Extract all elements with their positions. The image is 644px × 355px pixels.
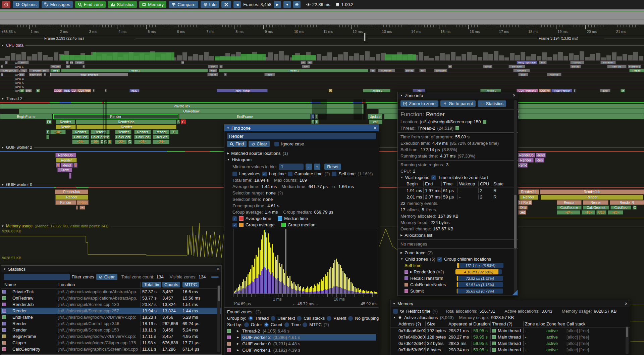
- close-icon[interactable]: ×: [513, 93, 516, 98]
- group-by-radio-user-text[interactable]: [271, 316, 275, 321]
- found-zone-row[interactable]: ▶GUIF worker 1(3,192) 4.39 s: [224, 347, 379, 353]
- expand-icon[interactable]: ▶: [410, 270, 412, 273]
- axis-span: ← 45.72 ms →: [251, 302, 361, 306]
- group-children-checkbox[interactable]: ✓: [437, 257, 442, 262]
- sort-by-radio-mtpc[interactable]: [303, 322, 307, 327]
- sort-button-mtpc[interactable]: MTPC: [182, 282, 199, 287]
- child-zone-row[interactable]: Self time172.14 us (3.83%): [398, 262, 518, 269]
- reset-button[interactable]: Reset: [324, 164, 341, 170]
- histogram-bar-selected-group: [254, 279, 255, 294]
- statistics-titlebar[interactable]: ▼ Statistics ×: [1, 266, 221, 272]
- restrict-time-checkbox[interactable]: [393, 309, 398, 314]
- expand-icon[interactable]: ▶: [237, 349, 239, 352]
- resize-grip[interactable]: [512, 290, 518, 295]
- expand-icon[interactable]: ▶: [237, 329, 239, 332]
- clear-filter-button[interactable]: ⊘Clear: [96, 274, 117, 280]
- child-zone-row[interactable]: CalcRenderNodes51.51 us (1.15%): [398, 281, 518, 288]
- zoom-to-zone-icon: [403, 102, 407, 106]
- expand-icon[interactable]: ▶: [400, 251, 402, 254]
- memory-window: ▼ Memory × Restrict time (?) Total alloc…: [390, 300, 630, 355]
- collapse-icon[interactable]: ▼: [393, 302, 395, 305]
- statistics-row[interactable]: CalcGeometryjni/../jni/src/claw/graphics…: [1, 346, 221, 352]
- close-icon[interactable]: ×: [374, 125, 376, 131]
- find-zone-titlebar[interactable]: ▼ Find zone ×: [224, 125, 379, 131]
- statistics-row[interactable]: RenderJobjni/../jni/src/guif/Screen.cpp:…: [1, 301, 221, 308]
- statistics-scrollbar[interactable]: [217, 285, 220, 352]
- collapse-icon[interactable]: ▼: [400, 94, 403, 97]
- histogram-bar-selected-group: [349, 291, 350, 294]
- statistics-row[interactable]: Clipperjni/../jni/src/claw/gfx/geo/Clipp…: [1, 340, 221, 346]
- time-relative-checkbox[interactable]: ✓: [431, 175, 436, 180]
- legend-label: Average time: [246, 216, 271, 221]
- collapse-icon[interactable]: ▼: [3, 268, 6, 271]
- clipped-button[interactable]: [211, 276, 219, 278]
- expand-icon[interactable]: ▶: [237, 336, 239, 339]
- expand-icon[interactable]: ▶: [237, 342, 239, 345]
- close-icon[interactable]: ×: [625, 301, 628, 306]
- collapse-icon[interactable]: ▼: [400, 176, 403, 179]
- self-time-checkbox[interactable]: [332, 172, 336, 176]
- visible-zones: 134: [199, 274, 206, 279]
- sort-button-counts[interactable]: Counts: [162, 282, 180, 287]
- sort-by-radio-order[interactable]: [244, 322, 249, 327]
- allocation-row[interactable]: 0x7dfc53d8988 bytes298.34 ms59.95 sMain …: [390, 347, 630, 353]
- go-to-parent-button[interactable]: Go to parent: [440, 100, 476, 107]
- group-by-radio-call-stacks[interactable]: [297, 316, 302, 321]
- allocation-row[interactable]: 0x7e049b3d00128 bytes298.27 ms59.95 sMai…: [390, 334, 630, 340]
- group-by-radio-thread[interactable]: [248, 316, 253, 321]
- statistics-row[interactable]: OnRedrawjni/../jni/src/claw/application/…: [1, 295, 221, 301]
- plus-button[interactable]: +: [314, 164, 321, 170]
- sort-by-radio-time[interactable]: [284, 322, 289, 327]
- histogram-bar-selected-group: [353, 292, 354, 294]
- memory-titlebar[interactable]: ▼ Memory ×: [390, 300, 630, 307]
- minus-button[interactable]: -: [306, 164, 312, 170]
- sort-button-total-time[interactable]: Total time: [142, 282, 161, 287]
- find-button[interactable]: Find: [227, 141, 247, 147]
- memory-scrollbar[interactable]: [626, 326, 629, 354]
- log-time-checkbox[interactable]: ✓: [262, 172, 267, 176]
- statistics-row[interactable]: Renderjni/../jni/src/guif/Screen.cpp:150…: [1, 327, 221, 333]
- legend-checkbox[interactable]: ✓: [232, 223, 237, 227]
- zone-info-titlebar[interactable]: ▼ Zone info ×: [398, 92, 518, 99]
- log-values-checkbox[interactable]: [232, 172, 237, 176]
- zoom-to-zone-button[interactable]: Zoom to zone: [400, 100, 438, 107]
- close-icon[interactable]: ×: [216, 266, 219, 272]
- clear-button[interactable]: ⊘Clear: [249, 141, 270, 147]
- zone-statistics-button[interactable]: Statistics: [478, 100, 506, 107]
- statistics-row[interactable]: EndFramejni/../jni/src/claw/gfx/drv/vk/D…: [1, 314, 221, 320]
- min-values-input[interactable]: 1: [279, 164, 304, 170]
- group-by-radio-no-grouping[interactable]: [348, 316, 353, 321]
- legend-checkbox[interactable]: ✓: [232, 216, 237, 221]
- found-zone-row[interactable]: ▶GUIF worker 0(3,231) 4.48 s: [224, 341, 379, 347]
- search-input[interactable]: Render: [227, 133, 376, 139]
- allocation-row[interactable]: 0x7dfc42d64032 bytes298.3 ms59.95 sMain …: [390, 340, 630, 347]
- statistics-row[interactable]: PrivateTickjni/../jni/src/claw/applicati…: [1, 289, 221, 295]
- findzone-histogram-plot[interactable]: [233, 229, 378, 294]
- collapse-icon[interactable]: ▼: [227, 158, 230, 161]
- histogram-bar-selected-group: [252, 281, 253, 294]
- zone-info-scrollbar[interactable]: [514, 100, 517, 294]
- histogram-bar-selected-group: [245, 289, 246, 294]
- group-by-radio-parent[interactable]: [327, 316, 331, 321]
- expand-icon[interactable]: ▶: [400, 234, 402, 237]
- found-zone-row[interactable]: ▶GUIF worker 2(3,296) 4.61 s: [224, 334, 379, 341]
- sort-by-radio-count[interactable]: [264, 322, 269, 327]
- statistics-row[interactable]: BeginFramejni/../jni/src/claw/gfx/drv/vk…: [1, 333, 221, 340]
- expand-icon[interactable]: ▶: [227, 152, 229, 155]
- statistics-row[interactable]: Renderjni/../jni/src/guif/Control.cpp:34…: [1, 320, 221, 327]
- allocation-row[interactable]: 0x7dfaa64e00192 bytes298.21 ms59.95 sMai…: [390, 327, 630, 334]
- source-color-swatch[interactable]: [483, 120, 486, 124]
- found-zone-row[interactable]: ▶Thread-2(4,105) 6.46 s: [224, 328, 379, 334]
- thread-color-swatch[interactable]: [455, 126, 459, 130]
- child-zone-row[interactable]: RecalcTransform72.92 us (1.62%): [398, 275, 518, 281]
- collapse-icon[interactable]: ▼: [227, 127, 229, 130]
- no-entry-icon: ⊘: [99, 274, 103, 279]
- child-zone-row[interactable]: ▶RenderJob (×2)4.16 ms (92.60%): [398, 269, 518, 275]
- child-zone-row[interactable]: Submit35.63 us (0.79%): [398, 288, 518, 294]
- ignore-case-checkbox[interactable]: [274, 142, 279, 146]
- collapse-icon[interactable]: ▼: [400, 258, 403, 261]
- cumulate-time-checkbox[interactable]: [288, 172, 292, 176]
- statistics-row[interactable]: Renderjni/../jni/src/guif/Screen.cpp:257…: [1, 308, 221, 314]
- filter-zones-input[interactable]: [4, 274, 70, 280]
- collapse-icon[interactable]: ▼: [393, 316, 396, 319]
